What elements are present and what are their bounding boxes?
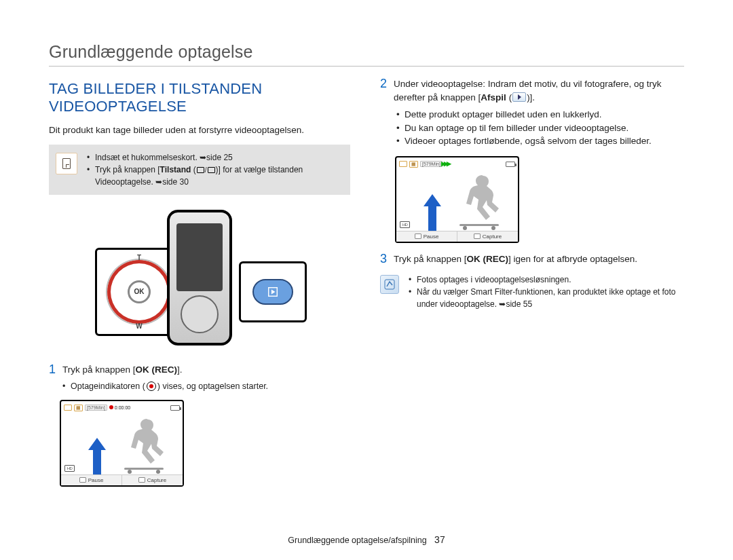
skateboarder-figure (454, 174, 508, 231)
resolution-badge: ▦ (409, 161, 418, 168)
step-text: ) vises, og optagelsen starter. (157, 381, 268, 391)
note-text: Når du vælger Smart Filter-funktionen, k… (417, 287, 676, 309)
zoom-tele-label: T (137, 254, 141, 261)
note-box: Fotos optages i videooptagelsesløsningen… (380, 274, 681, 310)
prereq-text: Tryk på knappen [ (95, 165, 160, 174)
lcd-screenshot-playpause: ▦ [579Min] ▶▶▶ HD Pause Capture (395, 156, 519, 243)
resolution-badge: ▦ (74, 405, 83, 411)
step-text: Optageindikatoren ( (71, 381, 145, 391)
page-header: Grundlæggende optagelse (49, 42, 684, 62)
step-number: 2 (380, 77, 387, 90)
intro-text: Dit produkt kan tage billeder uden at fo… (49, 125, 350, 135)
prereq-list: Indsæt et hukommelseskort. ➥side 25 Tryk… (86, 151, 341, 188)
step-bold: OK (REC) (467, 254, 509, 264)
svg-point-3 (128, 470, 132, 474)
prereq-text: Indsæt et hukommelseskort. (95, 153, 200, 162)
play-icon (512, 92, 526, 102)
step-number: 1 (49, 363, 56, 375)
camcorder-device (167, 210, 232, 346)
note-icon (380, 275, 399, 294)
capture-softkey: Capture (121, 475, 183, 485)
folder-icon (399, 161, 407, 167)
softkey-label: Capture (483, 234, 502, 240)
step-bold: OK (REC) (136, 365, 178, 375)
rec-dot-icon (109, 405, 113, 409)
prerequisite-box: Indsæt et hukommelseskort. ➥side 25 Tryk… (49, 145, 350, 195)
list-item: Når du vælger Smart Filter-funktionen, k… (407, 286, 681, 310)
header-divider (49, 66, 684, 67)
device-illustration: OK T W (49, 203, 350, 352)
arrow-up-icon (88, 438, 106, 476)
step-number: 3 (380, 253, 387, 265)
rec-time: 0:00:00 (109, 405, 130, 410)
right-column: 2 Under videooptagelse: Indram det motiv… (380, 80, 681, 492)
prereq-item: Indsæt et hukommelseskort. ➥side 25 (86, 151, 341, 164)
fast-forward-icon: ▶▶▶ (441, 160, 449, 167)
svg-point-7 (491, 226, 495, 230)
step2-bullets: Dette produkt optager billedet uden en l… (395, 108, 681, 148)
skateboarder-figure (119, 417, 173, 474)
pause-softkey: Pause (396, 231, 457, 242)
play-button-callout (239, 261, 307, 322)
svg-marker-1 (271, 289, 276, 294)
prereq-item: Tryk på knappen [Tilstand (/)] for at væ… (86, 164, 341, 188)
svg-rect-5 (459, 224, 499, 226)
step-text: )]. (527, 92, 535, 102)
memory-card-icon (56, 153, 77, 174)
page-footer: Grundlæggende optagelse/afspilning 37 (0, 534, 733, 545)
list-item: Du kan optage op til fem billeder under … (395, 122, 681, 135)
footer-chapter: Grundlæggende optagelse/afspilning (288, 536, 426, 545)
step-2: 2 Under videooptagelse: Indram det motiv… (380, 77, 681, 104)
left-column: TAG BILLEDER I TILSTANDEN VIDEOOPTAGELSE… (49, 80, 350, 492)
softkey-label: Capture (147, 477, 166, 483)
step-1: 1 Tryk på knappen [OK (REC)]. (49, 363, 350, 377)
battery-icon (170, 405, 180, 411)
step-3: 3 Tryk på knappen [OK (REC)] igen for at… (380, 253, 681, 266)
step-text: Tryk på knappen [ (62, 365, 136, 375)
svg-point-4 (156, 470, 160, 474)
svg-rect-2 (124, 468, 164, 470)
page-ref: ➥side 55 (499, 299, 532, 309)
page-ref: ➥side 25 (200, 153, 233, 162)
play-button-icon (252, 279, 293, 305)
note-list: Fotos optages i videooptagelsesløsningen… (407, 274, 681, 310)
folder-icon (64, 405, 72, 411)
svg-point-6 (463, 226, 467, 230)
step-text: ]. (177, 365, 183, 375)
page-number: 37 (434, 534, 445, 545)
softkey-icon (474, 234, 481, 239)
softkey-icon (138, 477, 145, 483)
mode-video-photo-icon: / (197, 165, 215, 175)
prereq-text: ( (191, 165, 195, 174)
step1-bullets: Optageindikatoren () vises, og optagelse… (61, 380, 350, 392)
softkey-label: Pause (424, 234, 439, 240)
time-remaining: [579Min] (420, 161, 443, 167)
pause-softkey: Pause (61, 475, 121, 485)
softkey-icon (79, 477, 86, 483)
step-text: ( (506, 92, 512, 102)
prereq-bold: Tilstand (160, 165, 191, 174)
zoom-wide-label: W (136, 322, 142, 330)
page-ref: ➥side 30 (155, 177, 189, 187)
list-item: Dette produkt optager billedet uden en l… (395, 108, 681, 122)
hd-badge: HD (400, 221, 410, 228)
step-bold: Afspil (481, 92, 506, 102)
softkey-icon (415, 234, 421, 239)
step-text: Tryk på knappen [ (394, 254, 467, 264)
softkey-label: Pause (88, 477, 104, 483)
list-item: Fotos optages i videooptagelsesløsningen… (407, 274, 681, 286)
list-item: Optageindikatoren () vises, og optagelse… (61, 380, 350, 392)
lcd-screenshot-recording: ▦ [579Min] 0:00:00 HD Pause Capture (60, 400, 184, 487)
list-item: Videoer optages fortløbende, også selvom… (395, 134, 681, 148)
record-indicator-icon (147, 381, 156, 391)
time-remaining: [579Min] (85, 405, 107, 411)
section-title: TAG BILLEDER I TILSTANDEN VIDEOOPTAGELSE (49, 80, 350, 115)
capture-softkey: Capture (457, 231, 518, 242)
hd-badge: HD (64, 465, 75, 472)
step-text: ] igen for at afbryde optagelsen. (508, 254, 637, 264)
battery-icon (506, 162, 515, 167)
arrow-up-icon (424, 194, 441, 232)
ok-button-label: OK (128, 280, 151, 303)
